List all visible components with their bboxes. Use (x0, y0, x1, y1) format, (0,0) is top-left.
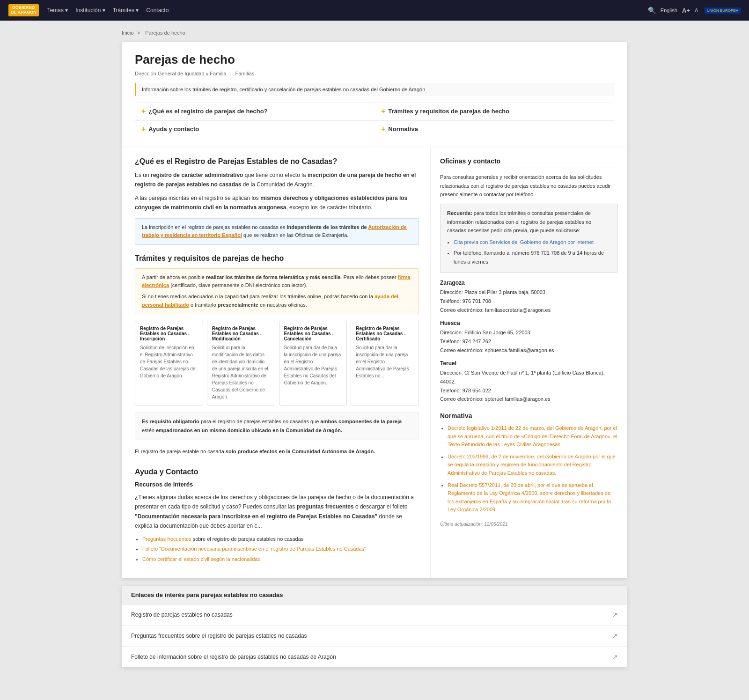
section1-p1: Es un registro de carácter administrativ… (135, 170, 419, 190)
normativa-item-1: Decreto legislativo 1/2011 de 22 de marz… (448, 424, 618, 449)
link-item-1[interactable]: Registro de parejas estables no casadas … (122, 604, 627, 626)
accordion-label-1: ¿Qué es el registro de parejas de hecho? (148, 108, 267, 115)
logo-line2: DE ARAGÓN (11, 10, 37, 15)
eu-flag[interactable]: UNIÓN EUROPEA (705, 7, 741, 14)
external-link-icon-3: ↗︎ (612, 653, 618, 661)
normativa-item-3: Real Decreto 557/2011, de 20 de abril, p… (448, 481, 618, 514)
location-huesca-phone: Teléfono: 974 247 262 (440, 337, 618, 346)
location-teruel-title: Teruel (440, 360, 618, 367)
external-link-icon-1: ↗︎ (612, 611, 618, 619)
section1-p2: A las parejas inscritas en el registro s… (135, 193, 419, 213)
bullet-1: Preguntas frecuentes sobre el registro d… (142, 535, 419, 544)
link-norma-2[interactable]: Decreto 203/1999, de 2 de noviembre, del… (448, 454, 616, 476)
nav-temas[interactable]: Temas ▾ (47, 7, 68, 14)
tramite-card-3-desc: Solicitud para dar de baja la inscripció… (284, 344, 342, 386)
page-meta-left: Dirección General de Igualdad y Familia (135, 71, 227, 76)
location-zaragoza-info: Dirección: Plaza del Pilar 3 planta baja… (440, 288, 618, 314)
reminder-list: Cita previa con Servicios del Gobierno d… (454, 238, 611, 266)
accordion-item-1[interactable]: + ¿Qué es el registro de parejas de hech… (135, 103, 374, 120)
accordion-item-2[interactable]: + Trámites y requisitos de parejas de he… (374, 103, 614, 120)
links-section: Enlaces de interés para parejas estables… (122, 586, 627, 667)
link-preguntas[interactable]: Preguntas frecuentes (142, 536, 191, 542)
location-zaragoza-address: Dirección: Plaza del Pilar 3 planta baja… (440, 288, 618, 297)
nav-contacto[interactable]: Contacto (146, 7, 169, 14)
tramite-card-2[interactable]: Registro de Parejas Estables no Casadas … (207, 321, 275, 405)
bold-notice-1: Es requisito obligatorio para el registr… (135, 412, 419, 440)
section3-sub: Recursos de interés (135, 481, 419, 488)
normativa-list: Decreto legislativo 1/2011 de 22 de marz… (448, 424, 618, 514)
font-decrease[interactable]: A- (695, 7, 700, 13)
reminder-link-1: Cita previa con Servicios del Gobierno d… (454, 238, 611, 247)
warning-box: A partir de ahora es posible realizar lo… (135, 268, 419, 314)
section1-heading: ¿Qué es el Registro de Parejas Estables … (135, 157, 419, 166)
navbar: GOBIERNO DE ARAGÓN Temas ▾ Institución ▾… (0, 0, 749, 21)
lang-switch[interactable]: English (661, 7, 677, 13)
accordion-item-3[interactable]: + Ayuda y contacto (135, 120, 374, 138)
link-item-3-label: Folleto de información sobre el registro… (131, 654, 336, 660)
tramite-card-4[interactable]: Registro de Parejas Estables no Casadas … (351, 321, 419, 405)
location-huesca-info: Dirección: Edificio San Jorge 65, 22003 … (440, 328, 618, 354)
logo-box: GOBIERNO DE ARAGÓN (8, 4, 39, 16)
location-teruel-info: Dirección: C/ San Vicente de Paúl nº 1, … (440, 368, 618, 404)
link-norma-1[interactable]: Decreto legislativo 1/2011 de 22 de marz… (448, 425, 617, 447)
location-huesca-title: Huesca (440, 320, 618, 326)
logo[interactable]: GOBIERNO DE ARAGÓN (8, 4, 39, 16)
location-zaragoza-email: Correo electrónico: familiasecretaria@ar… (440, 306, 618, 315)
tramite-card-2-desc: Solicitud para la modificación de los da… (212, 344, 270, 400)
location-teruel-email: Correo electrónico: spteruel.familias@ar… (440, 395, 618, 404)
plus-icon-2: + (381, 107, 385, 116)
right-column: Oficinas y contacto Para consultas gener… (431, 147, 627, 578)
search-icon[interactable]: 🔍 (648, 7, 656, 14)
section3-p: ¿Tienes algunas dudas acerca de los dere… (135, 493, 419, 531)
reminder-box: Recuerda: para todos los trámites o cons… (440, 204, 618, 273)
update-date: Última actualización: 12/05/2021 (440, 522, 618, 527)
normativa-section: Normativa Decreto legislativo 1/2011 de … (440, 412, 618, 514)
tramite-card-1-title: Registro de Parejas Estables no Casadas … (140, 326, 198, 341)
accordion-label-4: Normativa (388, 125, 418, 133)
normativa-title: Normativa (440, 412, 618, 420)
location-zaragoza-phone: Teléfono: 976 701 708 (440, 297, 618, 306)
breadcrumb: Inicio > Parejas de hecho (122, 30, 627, 36)
section2-heading: Trámites y requisitos de parejas de hech… (135, 254, 419, 263)
link-estado-civil[interactable]: Cómo certificar el estado civil según la… (142, 556, 261, 562)
font-increase[interactable]: A+ (682, 7, 690, 14)
left-column: ¿Qué es el Registro de Parejas Estables … (122, 147, 431, 578)
offices-title: Oficinas y contacto (440, 157, 618, 168)
page-meta: Dirección General de Igualdad y Familia … (135, 71, 614, 76)
tramite-card-3[interactable]: Registro de Parejas Estables no Casadas … (279, 321, 347, 405)
bullet-3: Cómo certificar el estado civil según la… (142, 555, 419, 564)
section3-heading: Ayuda y Contacto (135, 468, 419, 476)
link-item-2[interactable]: Preguntas frecuentes sobre el registro d… (122, 626, 627, 647)
breadcrumb-current: Parejas de hecho (145, 30, 185, 36)
top-section: Parejas de hecho Dirección General de Ig… (122, 42, 627, 147)
location-huesca-email: Correo electrónico: sphuesca.familias@ar… (440, 346, 618, 355)
link-norma-3[interactable]: Real Decreto 557/2011, de 20 de abril, p… (448, 482, 611, 513)
nav-right: 🔍 English A+ A- UNIÓN EUROPEA (648, 7, 741, 14)
link-cita-previa[interactable]: Cita previa con Servicios del Gobierno d… (454, 239, 594, 245)
accordion-label-3: Ayuda y contacto (148, 125, 199, 133)
tramite-card-4-title: Registro de Parejas Estables no Casadas … (356, 326, 414, 341)
accordion-grid: + ¿Qué es el registro de parejas de hech… (135, 103, 614, 138)
info-bar: Información sobre los trámites de regist… (135, 83, 614, 96)
nav-items: Temas ▾ Institución ▾ Trámites ▾ Contact… (47, 7, 169, 14)
normativa-item-2: Decreto 203/1999, de 2 de noviembre, del… (448, 453, 618, 478)
link-item-3[interactable]: Folleto de información sobre el registro… (122, 647, 627, 667)
nav-tramites[interactable]: Trámites ▾ (113, 7, 139, 14)
nav-institucion[interactable]: Institución ▾ (75, 7, 105, 14)
bullet-2: Folleto "Documentación necesaria para in… (142, 545, 419, 554)
location-zaragoza-title: Zaragoza (440, 280, 618, 286)
breadcrumb-home[interactable]: Inicio (122, 30, 134, 36)
link-ayuda[interactable]: ayuda del personal habilitado (142, 294, 398, 308)
tramite-card-3-title: Registro de Parejas Estables no Casadas … (284, 326, 342, 341)
accordion-item-4[interactable]: + Normativa (374, 120, 614, 138)
page-title: Parejas de hecho (135, 52, 614, 67)
offices-intro: Para consultas generales y recibir orien… (440, 173, 618, 199)
link-folleto[interactable]: Folleto "Documentación necesaria para in… (142, 546, 366, 552)
reminder-link-2-text: Por teléfono, llamando al número 976 701… (454, 250, 604, 265)
tramite-cards: Registro de Parejas Estables no Casadas … (135, 321, 419, 405)
plus-icon-4: + (381, 125, 385, 133)
bullet-list: Preguntas frecuentes sobre el registro d… (142, 535, 419, 564)
location-teruel-phone: Teléfono: 978 654 022 (440, 386, 618, 395)
link-autorizacion[interactable]: Autorización de trabajo y residencia en … (142, 224, 407, 238)
tramite-card-1[interactable]: Registro de Parejas Estables no Casadas … (135, 321, 203, 405)
